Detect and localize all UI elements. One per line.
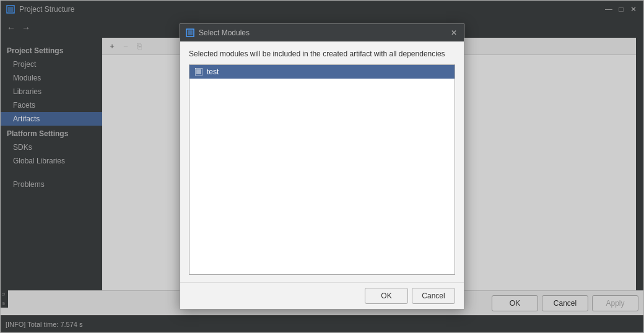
modal-title: Select Modules (199, 28, 449, 37)
modal-close-button[interactable]: ✕ (449, 28, 459, 38)
modal-footer: OK Cancel (180, 282, 464, 309)
module-item-test[interactable]: test (189, 65, 455, 79)
module-item-label: test (207, 67, 219, 76)
modal-overlay: Select Modules ✕ Selected modules will b… (1, 1, 643, 332)
select-modules-dialog: Select Modules ✕ Selected modules will b… (180, 24, 464, 309)
module-item-icon (194, 67, 203, 76)
main-window: Project Structure — □ ✕ ← → Project Sett… (0, 0, 644, 333)
modal-description: Selected modules will be included in the… (189, 49, 455, 59)
module-list[interactable]: test (189, 64, 455, 275)
modal-ok-button[interactable]: OK (365, 288, 408, 304)
modal-icon (185, 28, 195, 38)
svg-rect-5 (196, 69, 201, 74)
modal-cancel-button[interactable]: Cancel (412, 288, 455, 304)
svg-rect-3 (188, 30, 193, 35)
modal-title-bar: Select Modules ✕ (180, 24, 464, 41)
modal-body: Selected modules will be included in the… (180, 41, 464, 282)
